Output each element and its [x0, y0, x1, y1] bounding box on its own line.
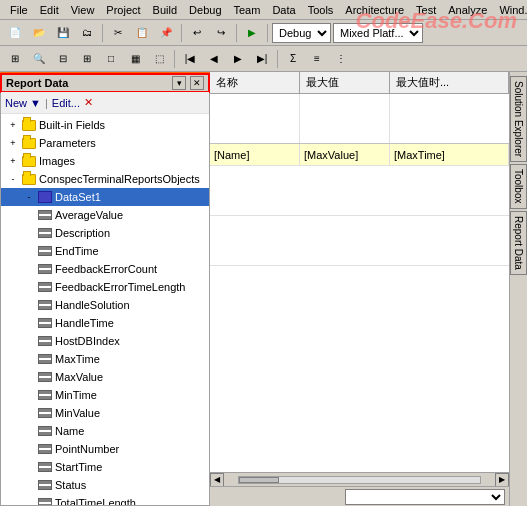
toggle-parameters[interactable]: + — [5, 135, 21, 151]
menu-debug[interactable]: Debug — [183, 2, 227, 18]
toggle-built-in-fields[interactable]: + — [5, 117, 21, 133]
bottom-dropdown[interactable] — [345, 489, 505, 505]
sep1 — [102, 24, 103, 42]
mintime-label: MinTime — [55, 389, 97, 401]
cut-btn[interactable]: ✂ — [107, 22, 129, 44]
name-label: Name — [55, 425, 84, 437]
maxvalue-label: MaxValue — [55, 371, 103, 383]
tree-item-hostdbindex[interactable]: HostDBIndex — [1, 332, 209, 350]
tb2-btn6[interactable]: ▦ — [124, 48, 146, 70]
scroll-right-btn[interactable]: ▶ — [495, 473, 509, 487]
tree-item-totaltimelength[interactable]: TotalTimeLength — [1, 494, 209, 505]
copy-btn[interactable]: 📋 — [131, 22, 153, 44]
scroll-left-btn[interactable]: ◀ — [210, 473, 224, 487]
scroll-track[interactable] — [238, 476, 481, 484]
tree-item-handletime[interactable]: HandleTime — [1, 314, 209, 332]
tree-item-feedbackerrortimelengh[interactable]: FeedbackErrorTimeLength — [1, 278, 209, 296]
menu-project[interactable]: Project — [100, 2, 146, 18]
tree-item-dataset1[interactable]: - DataSet1 — [1, 188, 209, 206]
tree-item-maxtime[interactable]: MaxTime — [1, 350, 209, 368]
handletime-label: HandleTime — [55, 317, 114, 329]
tb2-btn13[interactable]: ≡ — [306, 48, 328, 70]
field-icon-maxvalue — [37, 370, 53, 384]
menu-view[interactable]: View — [65, 2, 101, 18]
menu-edit[interactable]: Edit — [34, 2, 65, 18]
tree-item-averagevalue[interactable]: AverageValue — [1, 206, 209, 224]
field-icon-handlesolution — [37, 298, 53, 312]
save-btn[interactable]: 💾 — [52, 22, 74, 44]
menu-file[interactable]: File — [4, 2, 34, 18]
field-icon-pointnumber — [37, 442, 53, 456]
endtime-label: EndTime — [55, 245, 99, 257]
scroll-thumb[interactable] — [239, 477, 279, 483]
tb2-btn2[interactable]: 🔍 — [28, 48, 50, 70]
tree-item-description[interactable]: Description — [1, 224, 209, 242]
tree-item-conspec[interactable]: - ConspecTerminalReportsObjects — [1, 170, 209, 188]
tb2-btn12[interactable]: Σ — [282, 48, 304, 70]
field-icon-endtime — [37, 244, 53, 258]
tree-item-parameters[interactable]: + Parameters — [1, 134, 209, 152]
tree-item-name[interactable]: Name — [1, 422, 209, 440]
horizontal-scrollbar[interactable]: ◀ ▶ — [210, 472, 509, 486]
images-label: Images — [39, 155, 75, 167]
open-btn[interactable]: 📂 — [28, 22, 50, 44]
toggle-images[interactable]: + — [5, 153, 21, 169]
tree-item-handlesolution[interactable]: HandleSolution — [1, 296, 209, 314]
panel-float-btn[interactable]: ▾ — [172, 76, 186, 90]
tree-item-status[interactable]: Status — [1, 476, 209, 494]
side-tab-report-data[interactable]: Report Data — [510, 211, 527, 275]
tree-item-feedbackerrorcount[interactable]: FeedbackErrorCount — [1, 260, 209, 278]
handlesolution-label: HandleSolution — [55, 299, 130, 311]
tree-item-starttime[interactable]: StartTime — [1, 458, 209, 476]
tb2-btn7[interactable]: ⬚ — [148, 48, 170, 70]
tb2-btn14[interactable]: ⋮ — [330, 48, 352, 70]
menu-team[interactable]: Team — [228, 2, 267, 18]
tree-item-maxvalue[interactable]: MaxValue — [1, 368, 209, 386]
tb2-btn9[interactable]: ◀ — [203, 48, 225, 70]
side-tab-solution[interactable]: Solution Explorer — [510, 76, 527, 162]
tree-item-mintime[interactable]: MinTime — [1, 386, 209, 404]
tb2-btn1[interactable]: ⊞ — [4, 48, 26, 70]
side-tab-toolbox[interactable]: Toolbox — [510, 164, 527, 208]
undo-btn[interactable]: ↩ — [186, 22, 208, 44]
tree-item-minvalue[interactable]: MinValue — [1, 404, 209, 422]
tree-item-pointnumber[interactable]: PointNumber — [1, 440, 209, 458]
field-icon-hostdbindex — [37, 334, 53, 348]
cell-name: [Name] — [210, 144, 300, 165]
delete-data-btn[interactable]: ✕ — [84, 96, 93, 109]
paste-btn[interactable]: 📌 — [155, 22, 177, 44]
col-header-name: 名称 — [210, 72, 300, 93]
field-icon-maxtime — [37, 352, 53, 366]
edit-data-btn[interactable]: Edit... — [52, 97, 80, 109]
tb2-btn4[interactable]: ⊞ — [76, 48, 98, 70]
sep2 — [181, 24, 182, 42]
new-data-btn[interactable]: New ▼ — [5, 97, 41, 109]
toggle-conspec[interactable]: - — [5, 171, 21, 187]
field-icon-feedbackerrortimelengh — [37, 280, 53, 294]
toolbar2: ⊞ 🔍 ⊟ ⊞ □ ▦ ⬚ |◀ ◀ ▶ ▶| Σ ≡ ⋮ — [0, 46, 527, 72]
tree-item-built-in-fields[interactable]: + Built-in Fields — [1, 116, 209, 134]
tree-item-endtime[interactable]: EndTime — [1, 242, 209, 260]
menu-data[interactable]: Data — [266, 2, 301, 18]
field-icon-averagevalue — [37, 208, 53, 222]
menu-tools[interactable]: Tools — [302, 2, 340, 18]
menu-build[interactable]: Build — [147, 2, 183, 18]
run-btn[interactable]: ▶ — [241, 22, 263, 44]
tb2-btn3[interactable]: ⊟ — [52, 48, 74, 70]
debug-combo[interactable]: Debug — [272, 23, 331, 43]
tb2-btn11[interactable]: ▶| — [251, 48, 273, 70]
new-btn[interactable]: 📄 — [4, 22, 26, 44]
tb2-btn5[interactable]: □ — [100, 48, 122, 70]
dataset-icon — [37, 190, 53, 204]
tb2-btn10[interactable]: ▶ — [227, 48, 249, 70]
redo-btn[interactable]: ↪ — [210, 22, 232, 44]
tb2-btn8[interactable]: |◀ — [179, 48, 201, 70]
table-body: [Name] [MaxValue] [MaxTime] — [210, 94, 509, 472]
tree-container[interactable]: + Built-in Fields + Parameters + — [1, 114, 209, 505]
report-data-panel: Report Data ▾ ✕ New ▼ | Edit... ✕ + Buil… — [0, 72, 210, 506]
panel-close-btn[interactable]: ✕ — [190, 76, 204, 90]
cell-maxtime: [MaxTime] — [390, 144, 509, 165]
toggle-dataset1[interactable]: - — [21, 189, 37, 205]
tree-item-images[interactable]: + Images — [1, 152, 209, 170]
save-all-btn[interactable]: 🗂 — [76, 22, 98, 44]
